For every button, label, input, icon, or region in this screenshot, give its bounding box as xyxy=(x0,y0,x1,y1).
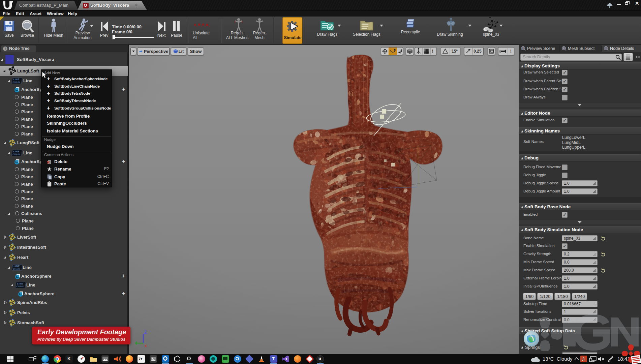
svg-text:i: i xyxy=(606,47,607,50)
svg-text:i: i xyxy=(563,47,564,50)
svg-text:i: i xyxy=(523,47,524,50)
